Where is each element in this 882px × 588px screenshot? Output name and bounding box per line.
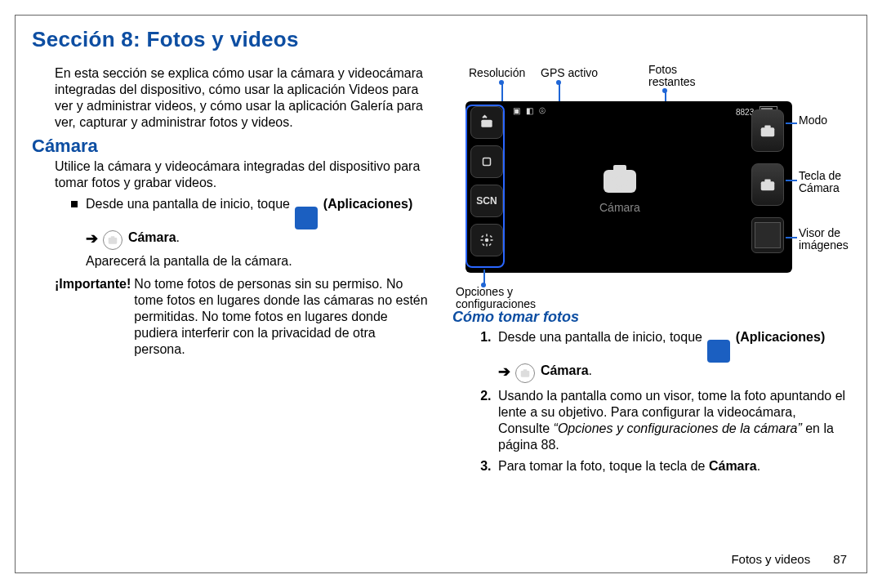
gallery-thumbnail-button[interactable] [751,217,784,253]
svg-rect-24 [613,165,626,172]
step3-a: Para tomar la foto, toque la tecla de [498,459,709,473]
label-resolucion: Resolución [469,67,525,79]
step3-b: Cámara [709,459,757,473]
label-modo: Modo [799,114,827,127]
manual-page: Sección 8: Fotos y videos En esta secció… [15,15,867,573]
camera-diagram: Resolución GPS activo Fotos restantes ▣ … [452,64,836,301]
period: . [176,230,180,244]
svg-rect-17 [764,126,770,129]
section-title: Sección 8: Fotos y videos [32,27,850,52]
important-block: ¡Importante! No tome fotos de personas s… [55,276,430,358]
camera-step-text: Desde una pantalla de inicio, toque (Apl… [86,196,412,270]
leader-visor [786,237,797,238]
camera-step: Desde una pantalla de inicio, toque (Apl… [71,196,430,270]
svg-rect-27 [523,369,528,371]
mode-button[interactable] [751,109,784,152]
bullet-icon [71,201,78,207]
steps-list: Desde una pantalla de inicio, toque (Apl… [475,329,850,474]
leader-dot [499,80,504,85]
period: . [589,363,592,377]
footer-section: Fotos y videos [731,552,810,566]
apps-icon [295,207,318,229]
step1-apps: (Aplicaciones) [736,330,825,344]
camera-label: Cámara [128,230,176,244]
important-body: No tome fotos de personas sin su permiso… [134,276,430,358]
leader-dot [662,88,667,93]
apps-label: (Aplicaciones) [323,197,412,211]
svg-point-19 [764,183,770,189]
arrow-icon: ➔ [86,230,98,247]
right-button-column [750,109,786,253]
svg-point-16 [764,129,770,135]
two-column-layout: En esta sección se explica cómo usar la … [32,64,850,479]
step1-prefix: Desde una pantalla de inicio, toque [498,330,706,344]
left-column-highlight [466,105,505,268]
camera-chip-icon [103,230,122,250]
apps-icon [707,340,730,363]
camera-after: Aparecerá la pantalla de la cámara. [86,253,412,270]
leader-dot [556,80,561,85]
page-footer: Fotos y videos 87 [731,552,847,566]
label-opciones: Opciones y configuraciones [456,286,562,311]
label-tecla-camara: Tecla de Cámara [799,170,851,195]
period: . [757,459,760,473]
svg-point-23 [614,176,625,187]
left-column: En esta sección se explica cómo usar la … [32,64,430,479]
camera-heading: Cámara [32,136,430,157]
svg-point-1 [111,238,115,243]
step-prefix: Desde una pantalla de inicio, toque [86,197,293,211]
center-camera-label: Cámara [599,201,640,214]
label-visor: Visor de imágenes [799,227,856,252]
footer-page-number: 87 [833,552,847,566]
step2-ref: “Opciones y configuraciones de la cámara… [554,421,802,435]
arrow-icon: ➔ [498,363,510,380]
label-gps: GPS activo [541,67,598,79]
center-camera-icon: Cámara [599,162,640,214]
label-fotos-restantes: Fotos restantes [648,64,706,89]
intro-paragraph: En esta sección se explica cómo usar la … [55,65,430,131]
svg-point-26 [523,372,528,376]
step1-cam: Cámara [541,363,589,377]
camera-chip-icon [515,363,535,383]
camera-lead: Utilice la cámara y videocámara integrad… [55,158,430,191]
step-3: Para tomar la foto, toque la tecla de Cá… [495,458,850,474]
important-label: ¡Importante! [55,276,131,358]
leader-modo [786,122,797,124]
top-indicators: ▣ ◧ ⦾ [513,106,547,116]
right-column: Resolución GPS activo Fotos restantes ▣ … [452,64,850,479]
step-1: Desde una pantalla de inicio, toque (Apl… [495,329,850,383]
shutter-button[interactable] [751,163,784,206]
leader-tecla [786,180,797,181]
howto-heading: Cómo tomar fotos [452,309,850,326]
step-2: Usando la pantalla como un visor, tome l… [495,388,850,453]
svg-rect-2 [111,236,115,238]
svg-rect-20 [764,180,770,183]
